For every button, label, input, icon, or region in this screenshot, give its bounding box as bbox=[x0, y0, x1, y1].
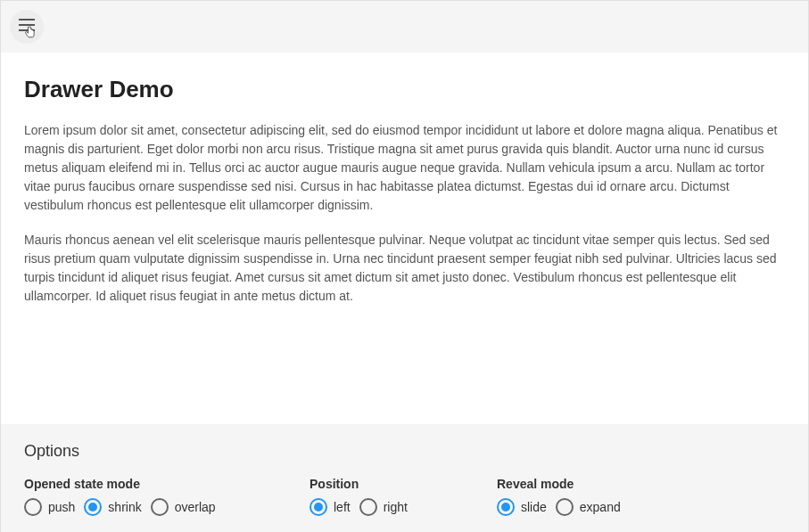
radio-label: shrink bbox=[108, 500, 141, 514]
menu-button[interactable] bbox=[10, 10, 44, 44]
radio-label: push bbox=[48, 500, 75, 514]
radio-group: left right bbox=[310, 498, 443, 516]
paragraph: Lorem ipsum dolor sit amet, consectetur … bbox=[24, 121, 785, 215]
toolbar bbox=[1, 1, 808, 53]
radio-dot-icon bbox=[88, 503, 97, 512]
radio-slide[interactable]: slide bbox=[497, 498, 547, 516]
radio-icon bbox=[556, 498, 574, 516]
radio-label: overlap bbox=[175, 500, 216, 514]
radio-icon bbox=[24, 498, 42, 516]
radio-icon bbox=[310, 498, 327, 516]
radio-dot-icon bbox=[314, 503, 323, 512]
radio-right[interactable]: right bbox=[359, 498, 408, 516]
group-label: Reveal mode bbox=[497, 477, 631, 491]
option-groups: Opened state mode push shrink overlap Po… bbox=[24, 477, 785, 516]
group-label: Opened state mode bbox=[24, 477, 256, 491]
option-group-reveal-mode: Reveal mode slide expand bbox=[497, 477, 631, 516]
group-label: Position bbox=[310, 477, 443, 491]
radio-shrink[interactable]: shrink bbox=[84, 498, 141, 516]
radio-label: left bbox=[334, 500, 351, 514]
option-group-position: Position left right bbox=[310, 477, 443, 516]
radio-dot-icon bbox=[501, 503, 510, 512]
radio-icon bbox=[84, 498, 102, 516]
radio-label: right bbox=[384, 500, 408, 514]
options-title: Options bbox=[24, 442, 785, 461]
radio-group: slide expand bbox=[497, 498, 631, 516]
radio-label: slide bbox=[521, 500, 547, 514]
paragraph: Mauris rhoncus aenean vel elit scelerisq… bbox=[24, 231, 785, 306]
radio-push[interactable]: push bbox=[24, 498, 75, 516]
radio-overlap[interactable]: overlap bbox=[151, 498, 216, 516]
menu-icon bbox=[19, 19, 35, 35]
radio-group: push shrink overlap bbox=[24, 498, 256, 516]
options-panel: Options Opened state mode push shrink ov… bbox=[1, 424, 808, 532]
main-content: Drawer Demo Lorem ipsum dolor sit amet, … bbox=[1, 53, 808, 331]
radio-icon bbox=[151, 498, 169, 516]
radio-icon bbox=[359, 498, 377, 516]
radio-left[interactable]: left bbox=[310, 498, 351, 516]
page-title: Drawer Demo bbox=[24, 76, 785, 103]
radio-icon bbox=[497, 498, 515, 516]
radio-expand[interactable]: expand bbox=[556, 498, 621, 516]
radio-label: expand bbox=[580, 500, 621, 514]
option-group-opened-state-mode: Opened state mode push shrink overlap bbox=[24, 477, 256, 516]
